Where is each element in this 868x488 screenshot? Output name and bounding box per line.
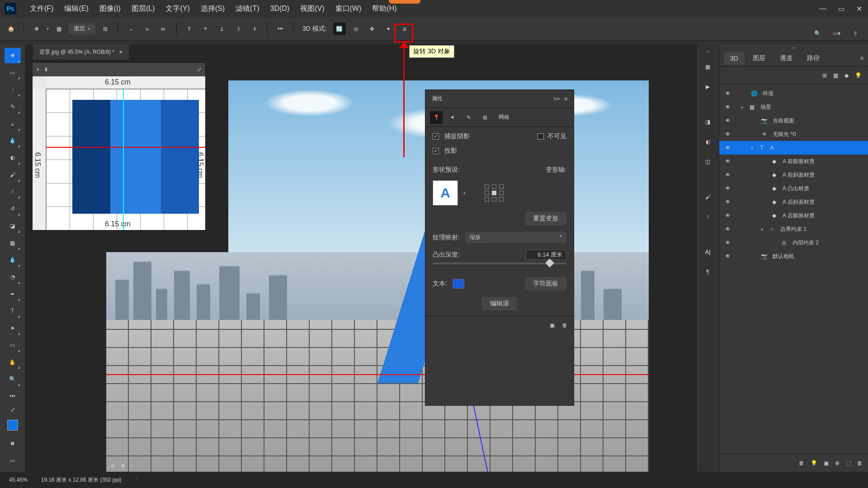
tree-row[interactable]: 👁◎内部约束 2 — [719, 236, 868, 249]
path-select-tool[interactable]: ➤ — [5, 320, 21, 336]
filter-light-icon[interactable]: 💡 — [855, 72, 862, 79]
align-center-h-icon[interactable]: ⫨ — [141, 23, 154, 35]
panel-menu-icon[interactable]: ≡ — [860, 55, 863, 61]
strip-swatch-icon[interactable]: ◫ — [701, 155, 715, 169]
menu-3d[interactable]: 3D(D) — [266, 3, 294, 14]
screen-mode-icon[interactable]: ▭ — [5, 453, 21, 468]
roll-3d-icon[interactable]: ◎ — [349, 23, 362, 35]
footer-render-icon[interactable]: 🗑 — [799, 460, 804, 466]
menu-help[interactable]: 帮助(H) — [368, 2, 401, 15]
history-brush-tool[interactable]: ↺ — [5, 201, 21, 216]
rotate-3d-icon[interactable]: 🔄 — [333, 23, 346, 35]
window-close[interactable]: ✕ — [854, 5, 863, 14]
visibility-eye-icon[interactable]: 👁 — [724, 212, 732, 219]
visibility-eye-icon[interactable]: 👁 — [724, 104, 732, 110]
strip-brush-icon[interactable]: 🖌 — [701, 190, 715, 204]
quick-mask-icon[interactable]: ◙ — [5, 436, 21, 451]
tree-row[interactable]: 👁📷当前视图 — [719, 114, 868, 127]
visibility-eye-icon[interactable]: 👁 — [724, 90, 732, 97]
tab-layers[interactable]: 图层 — [746, 52, 772, 65]
pan-icon[interactable]: ✥ — [121, 463, 125, 469]
text-color-swatch[interactable] — [453, 279, 464, 289]
tab-close-icon[interactable]: × — [119, 48, 123, 56]
nav-save-icon[interactable]: ⬇ — [44, 66, 48, 73]
move-tool[interactable]: ✥ — [5, 48, 21, 63]
slide-3d-icon[interactable]: ✦ — [382, 23, 395, 35]
tree-row[interactable]: 👁🌐环境 — [719, 87, 868, 100]
tree-row[interactable]: 👁◆A 前膨胀材质 — [719, 155, 868, 168]
target-dropdown[interactable]: 图层▾ — [69, 23, 95, 34]
rectangle-tool[interactable]: ▭ — [5, 338, 21, 353]
align-middle-icon[interactable]: ⫩ — [199, 23, 212, 35]
delete-icon[interactable]: 🗑 — [562, 322, 567, 328]
healing-tool[interactable]: ◐ — [5, 150, 21, 165]
brush-tool[interactable]: 🖌 — [5, 167, 21, 183]
filter-material-icon[interactable]: ◆ — [844, 72, 849, 79]
color-swap-icon[interactable]: ⤢ — [5, 406, 21, 414]
preset-dropdown-icon[interactable]: ▾ — [463, 191, 466, 196]
eyedropper-tool[interactable]: 💧 — [5, 133, 21, 149]
menu-layer[interactable]: 图层(L) — [127, 2, 160, 15]
marquee-tool[interactable]: ▭ — [5, 65, 21, 80]
pan-3d-icon[interactable]: ✥ — [366, 23, 378, 35]
menu-file[interactable]: 文件(F) — [25, 2, 58, 15]
dodge-tool[interactable]: ◔ — [5, 269, 21, 285]
type-tool[interactable]: T — [5, 304, 21, 319]
tree-row[interactable]: 👁◆A 前斜面材质 — [719, 168, 868, 182]
move-tool-icon[interactable]: ✥ — [30, 23, 43, 35]
status-more-icon[interactable]: 〉 — [135, 477, 140, 483]
visibility-eye-icon[interactable]: 👁 — [724, 253, 732, 259]
strip-cube-icon[interactable]: ◨ — [701, 115, 715, 129]
share-icon[interactable]: ⇪ — [849, 27, 862, 40]
more-options-icon[interactable]: ••• — [274, 23, 287, 35]
stamp-tool[interactable]: ⎍ — [5, 184, 21, 200]
expand-icon[interactable]: ▾ — [761, 227, 763, 232]
tab-channels[interactable]: 通道 — [774, 52, 799, 65]
visibility-eye-icon[interactable]: 👁 — [724, 117, 732, 124]
gradient-tool[interactable]: ▦ — [5, 235, 21, 251]
footer-plane-icon[interactable]: ⬚ — [846, 460, 851, 466]
align-bottom-icon[interactable]: ⫫ — [216, 23, 228, 35]
menu-select[interactable]: 选择(S) — [196, 2, 229, 15]
props-tab-mesh[interactable]: 📍 — [430, 111, 443, 124]
workspace-switcher[interactable]: ▭▾ — [830, 27, 843, 40]
tree-row[interactable]: 👁◆A 后膨胀材质 — [719, 209, 868, 222]
strip-icon-1[interactable]: ▦ — [701, 60, 715, 74]
catch-shadow-check[interactable] — [433, 133, 439, 140]
align-right-icon[interactable]: ⫢ — [157, 23, 170, 35]
strip-char-icon[interactable]: A| — [701, 245, 715, 259]
menu-window[interactable]: 窗口(W) — [331, 2, 366, 15]
tab-paths[interactable]: 路径 — [801, 52, 826, 65]
hand-tool[interactable]: ✋ — [5, 355, 21, 370]
menu-filter[interactable]: 滤镜(T) — [231, 2, 264, 15]
footer-delete-icon[interactable]: 🗑 — [857, 460, 863, 466]
tree-row[interactable]: 👁☀无限光 ^0 — [719, 127, 868, 141]
tree-row[interactable]: 👁▾▦场景 — [719, 100, 868, 114]
visibility-eye-icon[interactable]: 👁 — [724, 199, 732, 205]
extrude-depth-input[interactable] — [526, 249, 566, 260]
cast-shadow-check[interactable] — [433, 148, 439, 154]
zoom-level[interactable]: 45.45% — [9, 477, 28, 483]
nav-expand-icon[interactable]: ⤢ — [197, 66, 202, 73]
props-tab-cap[interactable]: ✎ — [462, 111, 475, 124]
align-top-icon[interactable]: ⫪ — [183, 23, 196, 35]
document-tab[interactable]: 背景.jpg @ 45.5% (A, RGB/8) * × — [33, 44, 129, 60]
collapse-icon[interactable]: >> — [553, 96, 560, 102]
filter-mesh-icon[interactable]: ▦ — [833, 72, 838, 79]
texture-map-select[interactable]: 缩放▾ — [465, 232, 566, 243]
strip-play-icon[interactable]: ▶ — [701, 80, 715, 94]
color-chips[interactable] — [4, 416, 22, 434]
orbit-icon[interactable]: ⊕ — [111, 463, 115, 469]
navigator-panel[interactable]: × ⬇ ⤢ 6.15 cm 6.15 cm 6.15 cm 6.15 cm — [32, 62, 206, 230]
menu-edit[interactable]: 编辑(E) — [60, 2, 93, 15]
foreground-color[interactable] — [7, 420, 18, 431]
footer-camera-icon[interactable]: ▣ — [824, 460, 829, 466]
distribute-h-icon[interactable]: ⫴ — [232, 23, 245, 35]
pen-tool[interactable]: ✒ — [5, 286, 21, 302]
eraser-tool[interactable]: ◪ — [5, 218, 21, 234]
tab-3d[interactable]: 3D — [724, 52, 745, 65]
home-button[interactable]: 🏠 — [5, 23, 17, 35]
distribute-v-icon[interactable]: ⫵ — [248, 23, 261, 35]
window-maximize[interactable]: ▭ — [836, 5, 845, 14]
visibility-eye-icon[interactable]: 👁 — [724, 158, 732, 164]
